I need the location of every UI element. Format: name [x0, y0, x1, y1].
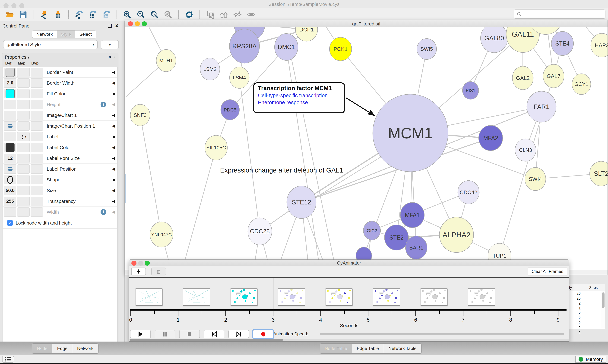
bypass-cell[interactable] — [30, 175, 43, 184]
expand-property-icon[interactable]: ◀ — [112, 156, 115, 161]
save-session-button[interactable] — [18, 10, 28, 19]
memory-button[interactable]: Memory — [575, 356, 606, 363]
float-panel-icon[interactable]: ❑ — [108, 23, 115, 28]
refresh-layout-button[interactable] — [184, 10, 194, 19]
clear-all-frames-button[interactable]: Clear All Frames — [528, 268, 567, 275]
expand-property-icon[interactable]: ◀ — [112, 70, 115, 75]
import-network-button[interactable] — [40, 10, 49, 19]
annotation-link[interactable]: Cell-type-specific transcription — [258, 92, 340, 99]
property-row-image-chart-position-1[interactable]: Image/Chart Position 1 ◀ — [3, 121, 117, 131]
collapse-all-icon[interactable]: » — [112, 56, 117, 59]
property-row-width[interactable]: Width i ◀ — [3, 207, 117, 217]
home-button[interactable] — [219, 10, 229, 19]
annotation-box[interactable]: Transcription factor MCM1 Cell-type-spec… — [253, 82, 345, 113]
bypass-cell[interactable] — [30, 89, 43, 98]
stop-button[interactable] — [179, 330, 200, 338]
speed-slider-thumb[interactable] — [569, 330, 569, 338]
bypass-cell[interactable] — [30, 154, 43, 163]
expand-property-icon[interactable]: ◀ — [112, 134, 115, 139]
table-scrollbar[interactable] — [601, 291, 605, 328]
network-vertical-scrollbar[interactable] — [125, 174, 126, 203]
record-button[interactable] — [253, 330, 274, 338]
tab-select[interactable]: Select — [75, 30, 96, 38]
hide-eye-button[interactable] — [233, 10, 242, 19]
expand-property-icon[interactable]: ◀ — [112, 123, 115, 128]
export-image-button[interactable] — [101, 10, 111, 19]
frame-thumbnail-6[interactable] — [421, 288, 447, 306]
color-swatch[interactable] — [6, 68, 15, 77]
property-row-label-font-size[interactable]: 12 Label Font Size ◀ — [3, 153, 117, 164]
expand-property-icon[interactable]: ◀ — [112, 209, 115, 214]
bypass-cell[interactable] — [30, 78, 43, 88]
default-value-cell[interactable] — [4, 164, 16, 174]
table-row[interactable]: 2 — [567, 321, 605, 326]
expand-property-icon[interactable]: ◀ — [112, 113, 115, 118]
mapping-cell[interactable] — [17, 208, 30, 217]
bypass-cell[interactable] — [30, 197, 43, 206]
expand-property-icon[interactable]: ◀ — [112, 199, 115, 204]
tab-edge-table[interactable]: Edge Table — [352, 344, 384, 353]
skip-end-button[interactable] — [228, 330, 249, 338]
timeline-bar[interactable] — [130, 309, 567, 311]
import-table-button[interactable] — [53, 10, 63, 19]
table-row[interactable]: 26 — [567, 291, 605, 296]
add-frame-button[interactable] — [131, 268, 146, 275]
bypass-cell[interactable] — [30, 121, 43, 130]
expand-property-icon[interactable]: ◀ — [112, 80, 115, 85]
property-row-shape[interactable]: Shape ◀ — [3, 174, 117, 185]
table-row[interactable]: 2 — [567, 331, 605, 336]
table-row[interactable]: 2 — [567, 316, 605, 321]
default-value-cell[interactable] — [4, 143, 16, 152]
panel-tab-node[interactable]: Node — [32, 344, 52, 353]
export-table-button[interactable] — [88, 10, 97, 19]
default-value-cell[interactable] — [4, 175, 16, 184]
network-window-titlebar[interactable]: galFiltered.sif — [125, 20, 608, 27]
mapping-cell[interactable] — [17, 89, 30, 98]
mapping-cell[interactable] — [17, 186, 30, 195]
property-row-height[interactable]: Height i ◀ — [3, 99, 117, 110]
frame-thumbnail-1[interactable] — [183, 288, 210, 306]
lock-checkbox[interactable]: ✓ — [7, 220, 13, 226]
bypass-cell[interactable] — [30, 68, 43, 77]
frame-thumbnail-2[interactable] — [231, 288, 257, 306]
cyanimator-titlebar[interactable]: CyAnimator — [129, 260, 569, 266]
frame-thumbnail-0[interactable] — [136, 288, 163, 306]
zoom-selected-button[interactable] — [163, 10, 173, 19]
table-column-header[interactable]: Stres — [585, 286, 598, 290]
bypass-cell[interactable] — [30, 132, 43, 141]
default-value-cell[interactable] — [4, 68, 16, 77]
info-icon[interactable]: i — [100, 102, 106, 107]
delete-frame-button[interactable] — [151, 268, 166, 275]
table-row[interactable]: 1 — [567, 306, 605, 311]
task-history-button[interactable] — [2, 356, 14, 363]
expand-property-icon[interactable]: ◀ — [112, 177, 115, 182]
info-icon[interactable]: i — [100, 209, 106, 215]
default-value-cell[interactable] — [4, 111, 16, 120]
expand-property-icon[interactable]: ◀ — [112, 145, 115, 150]
bypass-cell[interactable] — [30, 143, 43, 152]
close-panel-icon[interactable]: ✘ — [115, 23, 122, 28]
network-canvas[interactable]: DCP1RPS28ADMC1PCK1SWI5GAL80GAL11STE4HAP2… — [125, 27, 608, 270]
zoom-fit-button[interactable] — [150, 10, 159, 19]
mapping-cell[interactable] — [17, 68, 30, 77]
default-value-cell[interactable] — [4, 132, 16, 141]
property-row-label-color[interactable]: Label Color ◀ — [3, 142, 117, 153]
bypass-cell[interactable] — [30, 208, 43, 217]
network-edge[interactable] — [182, 148, 216, 270]
search-input[interactable] — [514, 10, 606, 19]
properties-header[interactable]: Properties ▾ — [5, 54, 29, 60]
default-value-cell[interactable] — [4, 100, 16, 109]
default-value-cell[interactable]: 12 — [4, 154, 16, 163]
property-row-label-position[interactable]: Label Position ◀ — [3, 164, 117, 174]
expand-property-icon[interactable]: ◀ — [112, 167, 115, 171]
property-row-transparency[interactable]: 255 Transparency ◀ — [3, 196, 117, 207]
property-row-border-paint[interactable]: Border Paint ◀ — [3, 67, 117, 78]
zoom-in-button[interactable] — [123, 10, 132, 19]
table-row[interactable]: 2 — [567, 326, 605, 331]
color-swatch[interactable] — [6, 143, 15, 152]
skip-start-button[interactable] — [204, 330, 224, 338]
bypass-cell[interactable] — [30, 186, 43, 195]
property-row-label[interactable]: ⋮› Label ◀ — [3, 131, 117, 142]
tab-style[interactable]: Style — [57, 30, 75, 38]
play-button[interactable] — [130, 330, 151, 338]
